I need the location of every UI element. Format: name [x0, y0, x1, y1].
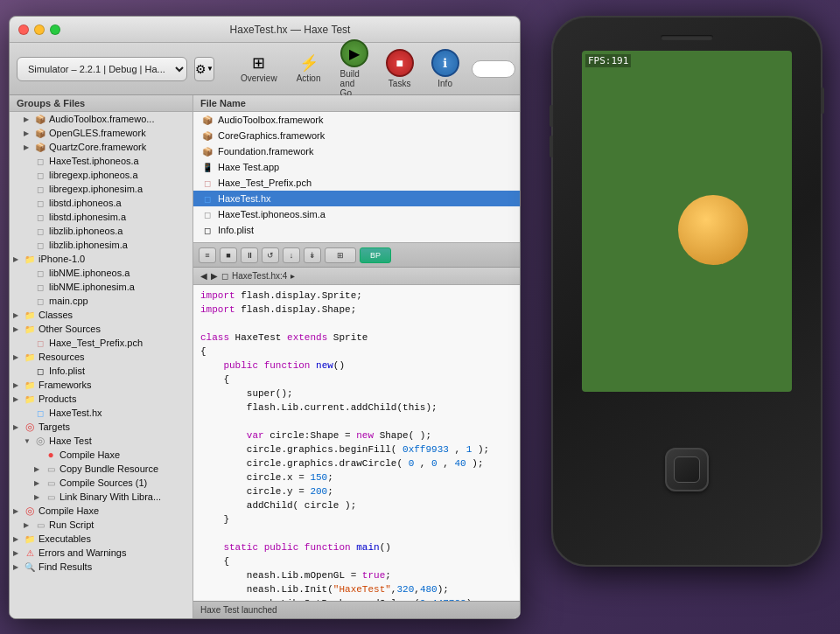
selected-file-item[interactable]: ◻ HaxeTest.hx — [193, 191, 520, 206]
toolbar-stepover-btn[interactable]: ↓ — [283, 247, 300, 263]
app-icon: 📱 — [200, 161, 214, 173]
tree-arrow: ▶ — [13, 395, 24, 403]
volume-down-button[interactable] — [550, 136, 553, 157]
toolbar-continue-btn[interactable]: ↺ — [262, 247, 279, 263]
tasks-button[interactable]: ■ Tasks — [381, 47, 419, 90]
gear-button[interactable]: ⚙ ▼ — [194, 57, 214, 81]
list-item[interactable]: ◻ main.cpp — [10, 294, 192, 308]
list-item[interactable]: ◻ Info.plist — [193, 222, 520, 238]
list-item[interactable]: ▶ ▭ Compile Sources (1) — [10, 476, 192, 490]
tree-item-label: Run Script — [49, 519, 94, 530]
list-item[interactable]: 📱 Haxe Test.app — [193, 159, 520, 175]
file-name: CoreGraphics.framework — [218, 130, 325, 141]
file-tree[interactable]: ▶ 📦 AudioToolbox.framewo... ▶ 📦 OpenGLES… — [10, 112, 192, 618]
toolbar-stepinto-btn[interactable]: ↡ — [304, 247, 321, 263]
build-icon: ▶ — [340, 39, 368, 67]
tree-arrow: ▶ — [24, 143, 34, 151]
list-item[interactable]: ▶ ⚠ Errors and Warnings — [10, 546, 192, 560]
framework-icon: 📦 — [200, 114, 214, 126]
list-item[interactable]: ◻ libstd.iphoneos.a — [10, 196, 192, 210]
list-item[interactable]: ◻ HaxeTest.iphoneos.sim.a — [193, 206, 520, 222]
list-item[interactable]: 📦 AudioToolbox.framework — [193, 112, 520, 128]
list-item[interactable]: ◻ libzlib.iphoneos.a — [10, 224, 192, 238]
list-item[interactable]: 📦 CoreGraphics.framework — [193, 128, 520, 143]
simulator-select[interactable]: Simulator – 2.2.1 | Debug | Ha... — [17, 57, 187, 81]
list-item[interactable]: ▼ ◎ Haxe Test — [10, 434, 192, 448]
build-button[interactable]: ▶ Build and Go — [335, 38, 374, 100]
copy-bundle-item[interactable]: ▶ ▭ Copy Bundle Resource — [10, 462, 192, 476]
list-item[interactable]: ◻ libstd.iphonesim.a — [10, 210, 192, 224]
list-item[interactable]: ▶ 📁 Classes — [10, 308, 192, 322]
phone-screen: FPS:191 — [582, 51, 792, 392]
tree-item-label: AudioToolbox.framewo... — [49, 114, 154, 124]
info-button[interactable]: ℹ Info — [426, 47, 465, 90]
tree-item-label: libzlib.iphoneos.a — [49, 226, 122, 236]
folder-icon: 📁 — [24, 253, 36, 265]
compile-haxe-item[interactable]: ● Compile Haxe — [10, 448, 192, 462]
breadcrumb-next[interactable]: ▶ — [211, 271, 218, 281]
action-button[interactable]: ⚡ Action — [290, 52, 328, 85]
home-button[interactable] — [665, 448, 709, 491]
title-bar: HaxeTest.hx — Haxe Test — [10, 17, 520, 43]
list-item[interactable]: ◻ libNME.iphoneos.a — [10, 266, 192, 280]
list-item[interactable]: ▶ 📁 Other Sources — [10, 322, 192, 336]
list-item[interactable]: ◻ libregexp.iphonesim.a — [10, 182, 192, 196]
list-item[interactable]: ◻ HaxeTest.iphoneos.a — [10, 154, 192, 168]
list-item[interactable]: ▶ 📁 Frameworks — [10, 378, 192, 392]
minimize-button[interactable] — [34, 24, 45, 35]
window-buttons — [18, 24, 60, 35]
breadcrumb-prev[interactable]: ◀ — [200, 271, 207, 281]
code-editor[interactable]: import flash.display.Sprite; import flas… — [193, 285, 520, 601]
list-item[interactable]: ▶ ▭ Run Script — [10, 518, 192, 532]
toolbar-debug-btn[interactable]: ⊞ — [325, 247, 356, 263]
tree-item-label: libregexp.iphonesim.a — [49, 184, 143, 194]
tree-item-label: QuartzCore.framework — [49, 142, 146, 152]
list-item[interactable]: ◻ HaxeTest.hx — [10, 406, 192, 420]
power-button[interactable] — [821, 87, 824, 114]
list-item[interactable]: ◻ Haxe_Test_Prefix.pch — [193, 175, 520, 191]
list-item[interactable]: 📦 Foundation.framework — [193, 143, 520, 159]
tree-arrow: ▶ — [34, 479, 45, 487]
file-list-header: File Name — [193, 95, 520, 112]
tree-arrow: ▶ — [13, 381, 24, 389]
toolbar: Simulator – 2.2.1 | Debug | Ha... ⚙ ▼ ⊞ … — [10, 43, 520, 95]
file-icon: ◻ — [34, 169, 46, 181]
search-input[interactable] — [472, 60, 515, 78]
overview-button[interactable]: ⊞ Overview — [235, 52, 283, 85]
close-button[interactable] — [18, 24, 29, 35]
list-item[interactable]: ▶ 📁 Executables — [10, 532, 192, 546]
list-item[interactable]: ▶ ▭ Link Binary With Libra... — [10, 490, 192, 504]
tree-item-label: Info.plist — [49, 366, 85, 376]
list-item[interactable]: ▶ 📁 Resources — [10, 350, 192, 364]
list-item[interactable]: ▶ 📦 AudioToolbox.framewo... — [10, 112, 192, 126]
file-name: Foundation.framework — [218, 146, 313, 157]
compile-icon: ▭ — [45, 463, 57, 475]
list-item[interactable]: ◻ Haxe_Test_Prefix.pch — [10, 336, 192, 350]
dropdown-arrow: ▼ — [206, 65, 214, 73]
tree-arrow: ▶ — [13, 549, 24, 557]
toolbar-breakpt-btn[interactable]: BP — [360, 247, 391, 263]
list-item[interactable]: ▶ 📦 OpenGLES.framework — [10, 126, 192, 140]
targets-item[interactable]: ▶ ◎ Targets — [10, 420, 192, 434]
list-item[interactable]: ◻ Info.plist — [10, 364, 192, 378]
list-item[interactable]: ◻ libNME.iphonesim.a — [10, 280, 192, 294]
tree-item-label: OpenGLES.framework — [49, 128, 146, 138]
toolbar-stop-btn[interactable]: ■ — [220, 247, 237, 263]
toolbar-list-btn[interactable]: ≡ — [199, 247, 216, 263]
file-name: AudioToolbox.framework — [218, 115, 323, 125]
products-item[interactable]: ▶ 📁 Products — [10, 392, 192, 406]
list-item[interactable]: ▶ ◎ Compile Haxe — [10, 504, 192, 518]
list-item[interactable]: ◻ libregexp.iphoneos.a — [10, 168, 192, 182]
toolbar-pause-btn[interactable]: ⏸ — [241, 247, 258, 263]
tree-item-label: Link Binary With Libra... — [60, 491, 161, 502]
tree-item-label: Classes — [38, 310, 73, 320]
file-list[interactable]: 📦 AudioToolbox.framework 📦 CoreGraphics.… — [193, 112, 520, 243]
list-item[interactable]: ▶ 📁 iPhone-1.0 — [10, 252, 192, 266]
find-icon: 🔍 — [24, 561, 36, 573]
list-item[interactable]: ◻ libzlib.iphonesim.a — [10, 238, 192, 252]
list-item[interactable]: ▶ 🔍 Find Results — [10, 560, 192, 574]
volume-up-button[interactable] — [550, 105, 553, 127]
breadcrumb-arrow: ▸ — [290, 271, 295, 281]
maximize-button[interactable] — [50, 24, 60, 35]
list-item[interactable]: ▶ 📦 QuartzCore.framework — [10, 140, 192, 154]
